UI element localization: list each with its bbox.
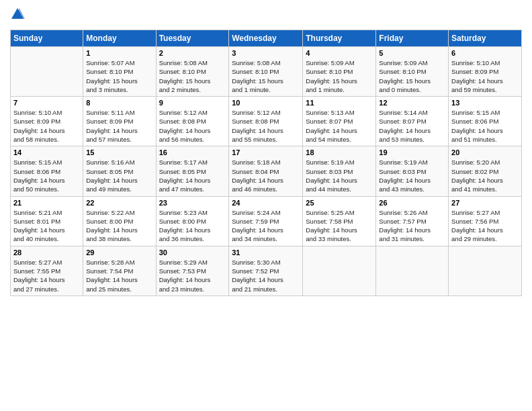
calendar-cell: [376, 246, 449, 295]
day-info: Sunrise: 5:24 AMSunset: 7:59 PMDaylight:…: [232, 208, 300, 244]
calendar-cell: 6Sunrise: 5:10 AMSunset: 8:09 PMDaylight…: [449, 47, 522, 97]
calendar-cell: 12Sunrise: 5:14 AMSunset: 8:07 PMDayligh…: [376, 97, 449, 146]
calendar-cell: 20Sunrise: 5:20 AMSunset: 8:02 PMDayligh…: [449, 146, 522, 196]
day-info: Sunrise: 5:19 AMSunset: 8:03 PMDaylight:…: [379, 158, 445, 193]
calendar-cell: 9Sunrise: 5:12 AMSunset: 8:08 PMDaylight…: [156, 97, 229, 146]
calendar-cell: 23Sunrise: 5:23 AMSunset: 8:00 PMDayligh…: [156, 196, 229, 246]
day-number: 31: [232, 248, 300, 257]
logo: [10, 7, 26, 24]
day-number: 11: [306, 99, 373, 107]
calendar-week-5: 28Sunrise: 5:27 AMSunset: 7:55 PMDayligh…: [11, 246, 522, 295]
calendar-header-row: SundayMondayTuesdayWednesdayThursdayFrid…: [11, 30, 522, 47]
col-header-friday: Friday: [376, 30, 449, 47]
col-header-saturday: Saturday: [449, 30, 522, 47]
day-info: Sunrise: 5:30 AMSunset: 7:52 PMDaylight:…: [232, 258, 300, 293]
calendar-cell: 24Sunrise: 5:24 AMSunset: 7:59 PMDayligh…: [229, 196, 303, 246]
calendar-cell: 19Sunrise: 5:19 AMSunset: 8:03 PMDayligh…: [376, 146, 449, 196]
day-info: Sunrise: 5:20 AMSunset: 8:02 PMDaylight:…: [451, 158, 519, 193]
day-info: Sunrise: 5:08 AMSunset: 8:10 PMDaylight:…: [232, 58, 300, 94]
calendar-body: 1Sunrise: 5:07 AMSunset: 8:10 PMDaylight…: [11, 47, 522, 296]
day-number: 27: [451, 199, 519, 207]
day-number: 3: [232, 49, 300, 57]
calendar-cell: 15Sunrise: 5:16 AMSunset: 8:05 PMDayligh…: [83, 146, 156, 196]
calendar-cell: 30Sunrise: 5:29 AMSunset: 7:53 PMDayligh…: [156, 246, 229, 295]
col-header-wednesday: Wednesday: [229, 30, 303, 47]
calendar-table: SundayMondayTuesdayWednesdayThursdayFrid…: [10, 30, 522, 296]
day-info: Sunrise: 5:22 AMSunset: 8:00 PMDaylight:…: [86, 208, 152, 244]
day-number: 29: [86, 248, 152, 257]
day-number: 26: [379, 199, 445, 207]
day-info: Sunrise: 5:21 AMSunset: 8:01 PMDaylight:…: [13, 208, 80, 244]
logo-icon: [10, 7, 25, 21]
day-number: 21: [13, 199, 80, 207]
day-info: Sunrise: 5:19 AMSunset: 8:03 PMDaylight:…: [306, 158, 373, 193]
main-container: SundayMondayTuesdayWednesdayThursdayFrid…: [0, 0, 532, 303]
day-info: Sunrise: 5:09 AMSunset: 8:10 PMDaylight:…: [379, 58, 445, 94]
calendar-cell: 28Sunrise: 5:27 AMSunset: 7:55 PMDayligh…: [11, 246, 83, 295]
day-number: 5: [379, 49, 445, 57]
day-info: Sunrise: 5:15 AMSunset: 8:06 PMDaylight:…: [451, 108, 519, 144]
day-info: Sunrise: 5:27 AMSunset: 7:55 PMDaylight:…: [13, 258, 80, 293]
day-info: Sunrise: 5:10 AMSunset: 8:09 PMDaylight:…: [451, 58, 519, 94]
day-info: Sunrise: 5:15 AMSunset: 8:06 PMDaylight:…: [13, 158, 80, 193]
day-number: 15: [86, 148, 152, 156]
day-info: Sunrise: 5:10 AMSunset: 8:09 PMDaylight:…: [13, 108, 80, 144]
calendar-cell: 7Sunrise: 5:10 AMSunset: 8:09 PMDaylight…: [11, 97, 83, 146]
day-info: Sunrise: 5:27 AMSunset: 7:56 PMDaylight:…: [451, 208, 519, 244]
calendar-week-1: 1Sunrise: 5:07 AMSunset: 8:10 PMDaylight…: [11, 47, 522, 97]
calendar-cell: 16Sunrise: 5:17 AMSunset: 8:05 PMDayligh…: [156, 146, 229, 196]
calendar-cell: 26Sunrise: 5:26 AMSunset: 7:57 PMDayligh…: [376, 196, 449, 246]
calendar-week-4: 21Sunrise: 5:21 AMSunset: 8:01 PMDayligh…: [11, 196, 522, 246]
calendar-week-2: 7Sunrise: 5:10 AMSunset: 8:09 PMDaylight…: [11, 97, 522, 146]
day-number: 13: [451, 99, 519, 107]
calendar-cell: [11, 47, 83, 97]
calendar-cell: 31Sunrise: 5:30 AMSunset: 7:52 PMDayligh…: [229, 246, 303, 295]
calendar-cell: 21Sunrise: 5:21 AMSunset: 8:01 PMDayligh…: [11, 196, 83, 246]
day-info: Sunrise: 5:28 AMSunset: 7:54 PMDaylight:…: [86, 258, 152, 293]
calendar-cell: [303, 246, 376, 295]
day-number: 17: [232, 148, 300, 156]
day-info: Sunrise: 5:23 AMSunset: 8:00 PMDaylight:…: [159, 208, 226, 244]
calendar-cell: [449, 246, 522, 295]
day-number: 4: [306, 49, 373, 57]
col-header-thursday: Thursday: [303, 30, 376, 47]
calendar-cell: 5Sunrise: 5:09 AMSunset: 8:10 PMDaylight…: [376, 47, 449, 97]
calendar-cell: 10Sunrise: 5:12 AMSunset: 8:08 PMDayligh…: [229, 97, 303, 146]
calendar-cell: 29Sunrise: 5:28 AMSunset: 7:54 PMDayligh…: [83, 246, 156, 295]
day-number: 14: [13, 148, 80, 156]
day-info: Sunrise: 5:12 AMSunset: 8:08 PMDaylight:…: [232, 108, 300, 144]
calendar-cell: 11Sunrise: 5:13 AMSunset: 8:07 PMDayligh…: [303, 97, 376, 146]
day-number: 23: [159, 199, 226, 207]
day-number: 20: [451, 148, 519, 156]
calendar-cell: 8Sunrise: 5:11 AMSunset: 8:09 PMDaylight…: [83, 97, 156, 146]
day-number: 12: [379, 99, 445, 107]
day-info: Sunrise: 5:18 AMSunset: 8:04 PMDaylight:…: [232, 158, 300, 193]
day-info: Sunrise: 5:07 AMSunset: 8:10 PMDaylight:…: [86, 58, 152, 94]
day-number: 24: [232, 199, 300, 207]
day-info: Sunrise: 5:14 AMSunset: 8:07 PMDaylight:…: [379, 108, 445, 144]
day-number: 7: [13, 99, 80, 107]
day-info: Sunrise: 5:26 AMSunset: 7:57 PMDaylight:…: [379, 208, 445, 244]
calendar-cell: 17Sunrise: 5:18 AMSunset: 8:04 PMDayligh…: [229, 146, 303, 196]
calendar-week-3: 14Sunrise: 5:15 AMSunset: 8:06 PMDayligh…: [11, 146, 522, 196]
col-header-sunday: Sunday: [11, 30, 83, 47]
calendar-cell: 4Sunrise: 5:09 AMSunset: 8:10 PMDaylight…: [303, 47, 376, 97]
day-number: 16: [159, 148, 226, 156]
day-info: Sunrise: 5:16 AMSunset: 8:05 PMDaylight:…: [86, 158, 152, 193]
day-number: 9: [159, 99, 226, 107]
day-info: Sunrise: 5:13 AMSunset: 8:07 PMDaylight:…: [306, 108, 373, 144]
calendar-cell: 25Sunrise: 5:25 AMSunset: 7:58 PMDayligh…: [303, 196, 376, 246]
col-header-tuesday: Tuesday: [156, 30, 229, 47]
header: [10, 7, 522, 24]
calendar-cell: 27Sunrise: 5:27 AMSunset: 7:56 PMDayligh…: [449, 196, 522, 246]
day-number: 18: [306, 148, 373, 156]
day-info: Sunrise: 5:09 AMSunset: 8:10 PMDaylight:…: [306, 58, 373, 94]
calendar-cell: 2Sunrise: 5:08 AMSunset: 8:10 PMDaylight…: [156, 47, 229, 97]
day-number: 2: [159, 49, 226, 57]
day-number: 28: [13, 248, 80, 257]
day-number: 8: [86, 99, 152, 107]
day-info: Sunrise: 5:25 AMSunset: 7:58 PMDaylight:…: [306, 208, 373, 244]
day-number: 22: [86, 199, 152, 207]
day-info: Sunrise: 5:08 AMSunset: 8:10 PMDaylight:…: [159, 58, 226, 94]
calendar-cell: 14Sunrise: 5:15 AMSunset: 8:06 PMDayligh…: [11, 146, 83, 196]
